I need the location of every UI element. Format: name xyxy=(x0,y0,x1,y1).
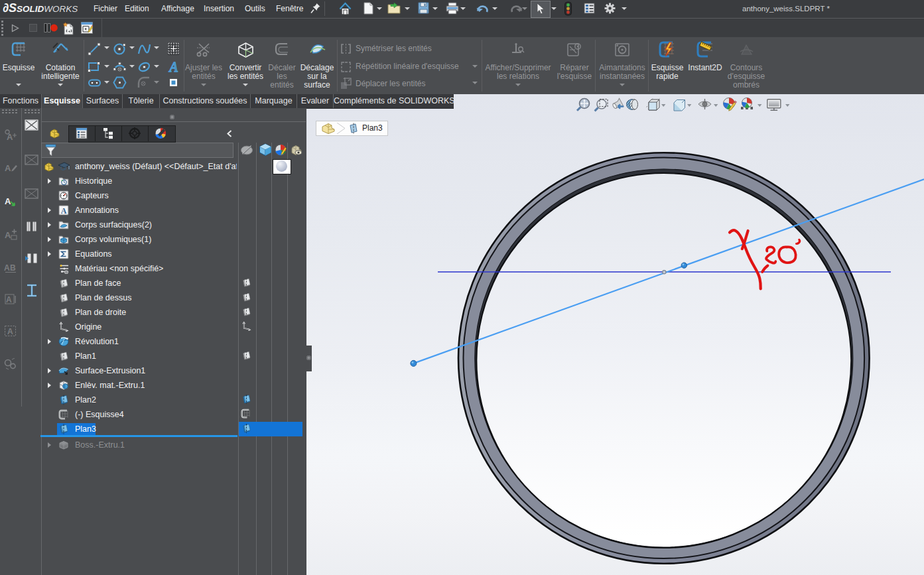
svg-text:A: A xyxy=(5,163,11,173)
svg-text:A: A xyxy=(4,263,10,273)
svg-text:A: A xyxy=(168,60,178,74)
svg-text:A: A xyxy=(61,206,67,216)
svg-text:A: A xyxy=(7,327,13,336)
svg-text:A: A xyxy=(6,295,12,304)
svg-text:A: A xyxy=(7,132,13,141)
svg-text:A: A xyxy=(5,230,11,240)
svg-text:B: B xyxy=(10,263,16,273)
svg-text:A: A xyxy=(5,196,11,206)
